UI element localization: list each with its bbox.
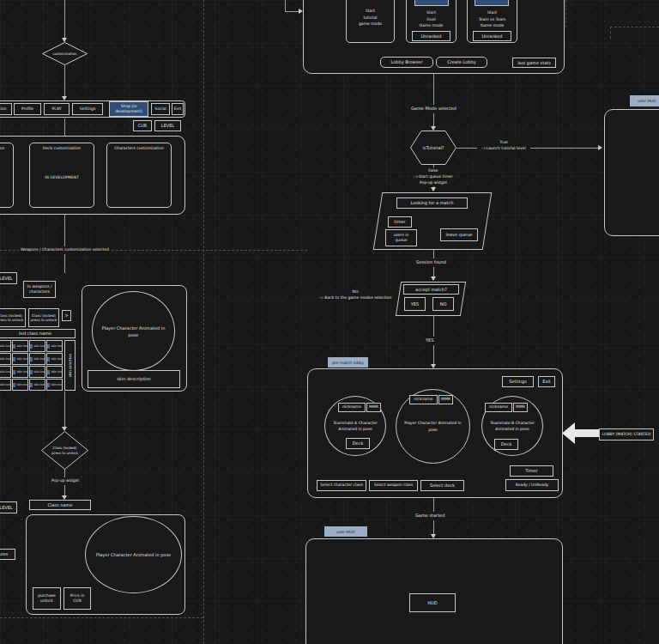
strip-label: skin selection [68, 354, 72, 377]
flow-annotation: Session found [414, 258, 448, 267]
leave-queue-button[interactable]: leave queue [440, 228, 478, 241]
deck-button[interactable]: Deck [494, 439, 518, 450]
cut-feature-box: tures [0, 549, 15, 560]
unranked-button[interactable]: Unranked [473, 31, 511, 41]
skin-icon-tile[interactable]: skin icon [46, 379, 63, 391]
skin-icon-tile[interactable]: skin icon [46, 366, 63, 378]
lobby-browser-button[interactable]: Lobby Browser [380, 57, 433, 68]
connector-line [285, 0, 286, 11]
skin-icon-tile[interactable]: skin icon [0, 353, 11, 365]
level-indicator: LEVEL [0, 501, 17, 513]
card-title: Deck customization [43, 146, 81, 151]
menu-item-play[interactable]: PLAY [44, 103, 70, 115]
mmr-box: MMR [438, 395, 453, 404]
skin-icon-tile[interactable]: skin icon [29, 340, 45, 352]
skin-icon-tile[interactable]: skin icon [12, 353, 28, 365]
popup-widget-annotation: Pop-up widget [50, 477, 81, 485]
no-branch-annotation: NO -> Back to the game modes selection [316, 289, 395, 302]
skin-icon [12, 344, 15, 349]
card-body: IN DEVELOPMENT [45, 175, 79, 180]
menu-item-social[interactable]: Social [151, 103, 170, 115]
connector-line [64, 118, 65, 136]
connector-line [433, 73, 434, 126]
skin-icon-tile[interactable]: skin icon [0, 379, 11, 391]
customization-decision: customization [42, 42, 88, 65]
skin-icon [29, 370, 33, 374]
accept-match-title-box: accept match? [403, 284, 459, 295]
unranked-button[interactable]: Unranked [412, 31, 450, 41]
expand-button[interactable]: > [62, 310, 71, 321]
user-hud-panel [305, 538, 563, 644]
connector-line [64, 215, 65, 273]
match-timer-box: Timer [510, 465, 553, 477]
connector-line [64, 0, 65, 42]
card-title: ion [0, 146, 4, 151]
arrowhead [431, 276, 436, 281]
cut-ranked-button[interactable] [414, 0, 449, 6]
flow-annotation: Game started [414, 512, 446, 520]
skin-icon-tile[interactable]: skin icon [46, 353, 63, 365]
class-locked-button[interactable]: Class (locked) press to unlock [28, 308, 59, 327]
true-branch-annotation: True ->Launch tutorial level [477, 139, 530, 153]
skin-icon [12, 383, 15, 387]
to-weapons-button[interactable]: to weapons / characters [23, 281, 56, 298]
skin-icon-tile[interactable]: skin icon [29, 366, 45, 378]
customization-card-cut[interactable]: ion [0, 143, 14, 208]
class-locked-button[interactable]: Class (locked) press to unlock [0, 308, 26, 327]
currency-indicator: CUR [133, 120, 152, 131]
create-lobby-button[interactable]: Create Lobby [436, 57, 487, 68]
decision-label: isTutorial? [410, 131, 456, 165]
region-divider-horizontal [0, 617, 203, 618]
last-game-stats-button[interactable]: last game stats [512, 58, 556, 68]
skin-icon-tile[interactable]: skin icon [29, 379, 45, 391]
deck-customization-card[interactable]: Deck customization IN DEVELOPMENT [29, 143, 94, 208]
selected-class-name-bar: ted class name [0, 329, 76, 338]
skin-icon [29, 344, 33, 349]
skin-icon [29, 357, 33, 361]
yes-branch-annotation: YES [424, 337, 435, 345]
level-indicator: LEVEL [154, 120, 181, 131]
tutorial-mode-card[interactable]: Start tutorial game mode [346, 0, 395, 43]
menu-item-customization[interactable]: tion [0, 103, 12, 115]
lobby-started-arrow-icon [562, 422, 599, 444]
flow-annotation: Game Mode selected [409, 105, 458, 113]
skin-icon-tile[interactable]: skin icon [29, 353, 45, 365]
menu-item-settings[interactable]: Settings [72, 103, 103, 115]
select-deck-button[interactable]: Select deck [420, 480, 464, 491]
region-divider-horizontal [610, 27, 659, 27]
level-indicator: LEVEL [0, 272, 17, 284]
menu-item-shop[interactable]: Shop (in development) [109, 101, 148, 117]
connector-line [64, 65, 65, 97]
false-branch-annotation: False ->Start queue timer Pop-up widget [410, 167, 456, 186]
select-character-class-button[interactable]: Select character class [317, 480, 366, 491]
skin-selection-strip[interactable]: skin selection [64, 340, 76, 391]
accept-no-button[interactable]: NO [432, 297, 454, 311]
settings-button[interactable]: Settings [502, 376, 534, 387]
select-weapon-class-button[interactable]: Select weapon class [369, 480, 418, 491]
menu-item-exit[interactable]: Exit [172, 103, 184, 115]
skin-icon [12, 357, 15, 361]
skin-icon-tile[interactable]: skin icon [12, 340, 28, 352]
skin-icon [46, 344, 50, 349]
card-title: Start tutorial game mode [359, 8, 382, 27]
user-hud-badge: user HUD [630, 95, 659, 106]
skin-icon [29, 383, 33, 387]
skin-icon-tile[interactable]: skin icon [0, 340, 11, 352]
skin-icon-tile[interactable]: skin icon [12, 379, 28, 391]
deck-button[interactable]: Deck [346, 438, 370, 449]
skin-icon-tile[interactable]: skin icon [12, 366, 28, 378]
skin-icon-tile[interactable]: skin icon [0, 366, 11, 378]
arrowhead [431, 187, 436, 191]
exit-button[interactable]: Exit [538, 376, 555, 387]
characters-customization-card[interactable]: Characters customization [106, 143, 172, 208]
cut-ranked-button[interactable] [475, 0, 509, 6]
ready-unready-button[interactable]: Ready / UnReady [505, 479, 559, 491]
skin-icon-tile[interactable]: skin icon [46, 340, 63, 352]
nickname-box: nickname [338, 403, 366, 412]
decision-label: customization [42, 42, 88, 65]
accept-yes-button[interactable]: YES [404, 297, 426, 311]
card-title: Start Duel Game mode [420, 9, 444, 29]
purchase-unlock-button[interactable]: purchase unlock [33, 587, 61, 610]
arrowhead [598, 145, 602, 150]
menu-item-profile[interactable]: Profile [14, 103, 41, 115]
